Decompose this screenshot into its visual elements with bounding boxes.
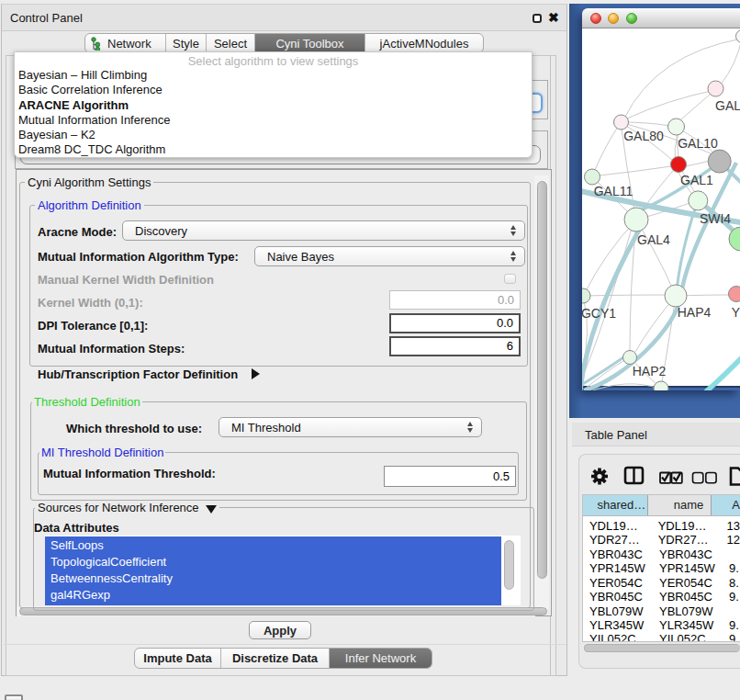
svg-text:YJ: YJ	[732, 305, 740, 320]
svg-text:SWI4: SWI4	[700, 211, 731, 226]
svg-text:HAP2: HAP2	[633, 364, 667, 378]
svg-text:GAL2: GAL2	[715, 98, 740, 113]
svg-text:GAL1: GAL1	[680, 173, 713, 187]
svg-text:GAL11: GAL11	[594, 184, 633, 198]
svg-text:GAL80: GAL80	[623, 129, 664, 143]
svg-text:HAP4: HAP4	[678, 305, 712, 320]
svg-text:GAL4: GAL4	[637, 232, 670, 247]
svg-text:GCY1: GCY1	[582, 306, 616, 321]
svg-text:GAL10: GAL10	[678, 136, 718, 151]
